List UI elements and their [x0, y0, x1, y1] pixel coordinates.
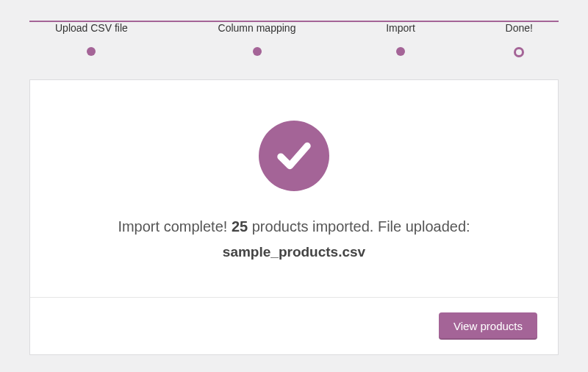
message-prefix: Import complete!	[118, 218, 232, 235]
message-suffix: products imported. File uploaded:	[248, 218, 470, 235]
step-label: Column mapping	[218, 22, 296, 34]
step-label: Upload CSV file	[55, 22, 128, 34]
step-upload-csv: Upload CSV file	[55, 22, 128, 57]
card-footer: View products	[30, 297, 558, 354]
step-column-mapping: Column mapping	[218, 22, 296, 57]
step-label: Done!	[506, 22, 533, 34]
step-dot-icon	[253, 47, 262, 56]
card-body: Import complete! 25 products imported. F…	[30, 80, 558, 297]
step-done: Done!	[506, 22, 533, 57]
step-import: Import	[386, 22, 415, 57]
import-complete-message: Import complete! 25 products imported. F…	[60, 215, 528, 238]
imported-count: 25	[232, 218, 248, 235]
step-dot-icon	[87, 47, 96, 56]
import-result-card: Import complete! 25 products imported. F…	[29, 79, 559, 355]
step-dot-active-icon	[514, 47, 524, 57]
view-products-button[interactable]: View products	[439, 312, 537, 340]
uploaded-filename: sample_products.csv	[60, 244, 528, 260]
step-label: Import	[386, 22, 415, 34]
success-check-icon	[259, 121, 329, 191]
step-dot-icon	[396, 47, 405, 56]
progress-stepper: Upload CSV file Column mapping Import Do…	[0, 0, 588, 57]
